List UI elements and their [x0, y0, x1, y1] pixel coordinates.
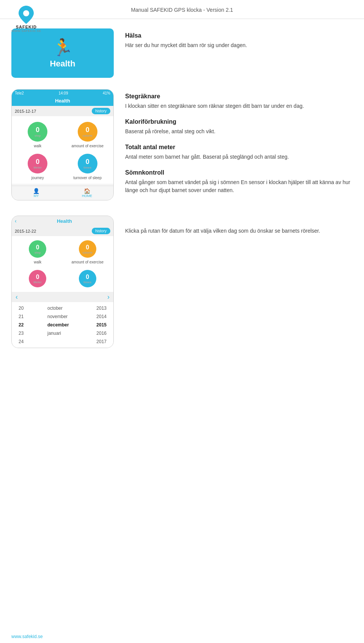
cal-row-1[interactable]: 21 november 2014	[15, 312, 110, 321]
stat2-exercise-value: 0	[86, 244, 89, 251]
logo-name: SAFEKID	[16, 25, 37, 29]
stat-exercise-value: 0	[86, 126, 89, 134]
nav-home[interactable]: 🏠 HOME	[82, 188, 92, 198]
phone1-history-btn[interactable]: history	[92, 108, 110, 114]
cal-row-3[interactable]: 23 januari 2016	[15, 329, 110, 337]
phone-mockup-2: ‹ Health 2015-12-22 history 0 step walk	[11, 216, 114, 348]
phone-status-bar: Tele2 14:09 41%	[12, 90, 113, 96]
cal-day-2: 22	[19, 322, 30, 328]
phone2-date-row: 2015-12-22 history	[12, 226, 113, 236]
cal-day-4: 24	[19, 339, 30, 344]
cal-nav-left-icon[interactable]: ‹	[16, 293, 18, 301]
halsa-text: Här ser du hur mycket ditt barn rör sig …	[125, 41, 353, 49]
phone2-header-row: ‹ Health	[12, 216, 113, 226]
stat2-exercise: 0 calorie amount of exercise	[64, 238, 112, 266]
header-divider	[0, 19, 364, 19]
stat2-times: 0 times	[64, 268, 112, 291]
phone2-date[interactable]: 2015-12-22	[15, 229, 36, 233]
phone1-bottom-nav: 👤 MY 🏠 HOME	[12, 186, 113, 200]
calendar-rows: 20 october 2013 21 november 2014 22 dece…	[12, 302, 113, 348]
cal-row-2[interactable]: 22 december 2015	[15, 321, 110, 329]
stat-journey-value: 0	[36, 158, 39, 166]
stegräknare-text: I klockan sitter en stegräknare som räkn…	[125, 102, 353, 110]
nav-my[interactable]: 👤 MY	[33, 188, 39, 198]
stat-exercise-circle: 0 calorie	[78, 122, 97, 142]
status-carrier: Tele2	[15, 91, 24, 95]
status-time: 14:09	[58, 91, 68, 95]
stat2-meter-sub: Meter	[34, 281, 42, 284]
back-arrow-icon[interactable]: ‹	[15, 218, 17, 224]
stat2-times-circle: 0 times	[79, 270, 96, 287]
cal-day-1: 21	[19, 314, 30, 319]
cal-year-3: 2016	[91, 331, 107, 336]
section-halsa-desc: Hälsa Här ser du hur mycket ditt barn rö…	[125, 28, 353, 49]
stat-exercise-sub: calorie	[83, 134, 93, 137]
halsa-title: Hälsa	[125, 32, 353, 39]
stat2-meter: 0 Meter	[14, 268, 62, 291]
kalorier-title: Kaloriförbrukning	[125, 118, 353, 125]
status-battery: 41%	[103, 91, 110, 95]
stat-sleep-value: 0	[86, 158, 89, 166]
datum-description: Klicka på rutan för datum för att välja …	[125, 216, 353, 235]
cal-month-3: januari	[47, 331, 74, 336]
kalorier-text: Baserat på rörelse, antal steg och vikt.	[125, 128, 353, 136]
stat2-walk: 0 step walk	[14, 238, 62, 266]
cal-year-2: 2015	[91, 322, 107, 328]
footer: www.safekid.se	[11, 634, 43, 639]
stat-walk-circle: 0 step	[28, 122, 47, 142]
stat-journey: 0 Meter journey	[14, 152, 62, 182]
stat2-exercise-circle: 0 calorie	[79, 240, 96, 258]
stat-walk-value: 0	[36, 126, 39, 134]
stat-walk: 0 step walk	[14, 120, 62, 150]
cal-nav-right-icon[interactable]: ›	[107, 293, 110, 301]
phone2-header: Health	[19, 218, 110, 224]
page-header: SAFEKID WWW.SAFEKID.SE Manual SAFEKID GP…	[0, 0, 364, 17]
logo-pin-icon	[19, 6, 34, 24]
stat2-meter-value: 0	[36, 274, 39, 281]
descriptions-block: Stegräknare I klockan sitter en stegräkn…	[125, 89, 353, 194]
stat-sleep-circle: 0 times	[78, 154, 97, 173]
health-banner-icon: 🏃	[52, 38, 73, 57]
phone2-history-btn[interactable]: history	[92, 228, 110, 234]
cal-year-4: 2017	[91, 339, 107, 344]
cal-month-4	[47, 339, 74, 344]
nav-home-label: HOME	[82, 194, 92, 198]
cal-day-3: 23	[19, 331, 30, 336]
cal-month-1: november	[47, 314, 74, 319]
stat2-exercise-label: amount of exercise	[72, 260, 104, 264]
stat-exercise-label: amount of exercise	[72, 144, 104, 148]
section-phone2: ‹ Health 2015-12-22 history 0 step walk	[11, 216, 353, 348]
nav-my-label: MY	[34, 194, 39, 198]
stat2-walk-label: walk	[34, 260, 41, 264]
stat-walk-label: walk	[34, 144, 41, 148]
section-phone1: Tele2 14:09 41% Health 2015-12-17 histor…	[11, 89, 353, 200]
phone2-stats-grid: 0 step walk 0 calorie amount of exercise…	[12, 236, 113, 292]
cal-year-1: 2014	[91, 314, 107, 319]
logo: SAFEKID WWW.SAFEKID.SE	[11, 6, 41, 33]
stat2-walk-circle: 0 step	[29, 240, 46, 258]
meter-text: Antal meter som barnet har gått. Baserat…	[125, 153, 353, 161]
section-halsa: 🏃 Health Hälsa Här ser du hur mycket dit…	[11, 28, 353, 78]
cal-row-4[interactable]: 24 2017	[15, 337, 110, 346]
svg-point-0	[23, 10, 29, 16]
main-content: 🏃 Health Hälsa Här ser du hur mycket dit…	[0, 25, 364, 363]
stat-journey-sub: Meter	[34, 166, 42, 169]
cal-row-0[interactable]: 20 october 2013	[15, 304, 110, 312]
phone1-date-row: 2015-12-17 history	[12, 106, 113, 116]
stegräknare-title: Stegräknare	[125, 93, 353, 100]
stat2-times-sub: times	[83, 281, 91, 284]
stat-exercise: 0 calorie amount of exercise	[64, 120, 112, 150]
health-banner-title: Health	[50, 59, 75, 69]
footer-url[interactable]: www.safekid.se	[11, 634, 43, 639]
manual-title: Manual SAFEKID GPS klocka - Version 2.1	[131, 7, 233, 13]
stat2-walk-value: 0	[36, 244, 39, 251]
phone1-date[interactable]: 2015-12-17	[15, 109, 36, 113]
stat2-times-value: 0	[86, 274, 89, 281]
logo-sub: WWW.SAFEKID.SE	[11, 29, 41, 33]
home-icon: 🏠	[84, 188, 90, 194]
phone-mockup-1: Tele2 14:09 41% Health 2015-12-17 histor…	[11, 89, 114, 200]
stat-sleep-label: turnover of sleep	[74, 176, 102, 180]
stat-journey-label: journey	[31, 176, 44, 180]
phone1-header: Health	[12, 96, 113, 106]
sömn-text: Antal gånger som barnet vändet på sig i …	[125, 178, 353, 194]
